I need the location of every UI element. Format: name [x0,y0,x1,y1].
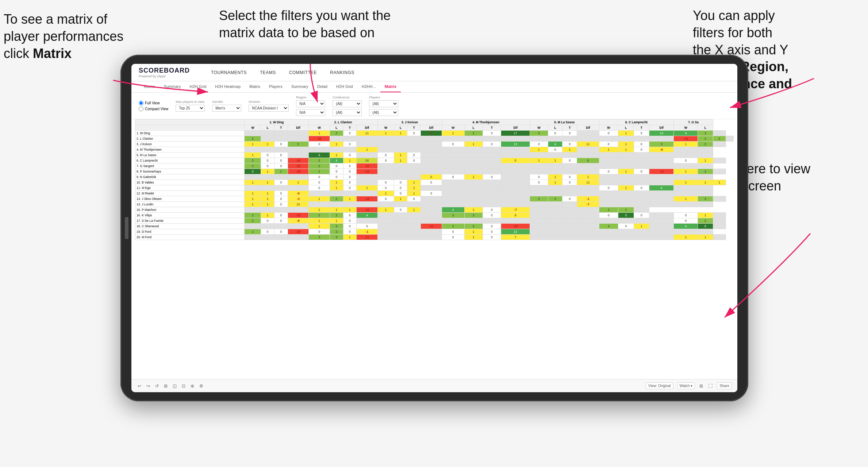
matrix-cell [530,218,548,224]
toolbar-redo[interactable]: ↪ [146,383,151,389]
matrix-cell [530,169,548,174]
players-select-1[interactable]: (All) [369,100,398,107]
subnav-players[interactable]: Players [265,81,287,92]
nav-rankings[interactable]: RANKINGS [327,69,357,77]
matrix-cell: 0 [599,169,618,174]
compact-view-radio[interactable] [139,107,143,111]
full-view-option[interactable]: Full View [139,101,168,105]
matrix-cell [288,153,309,158]
sub-nav: Teams Summary H2H Grid H2H Heatmap Matri… [131,81,737,93]
subnav-h2h-h[interactable]: H2HH... [357,81,380,92]
subnav-h2h-grid2[interactable]: H2H Grid [332,81,357,92]
matrix-cell [698,147,713,153]
region-select-1[interactable]: N/A [296,100,325,107]
table-row: 18. C Sherwood1300-11220-1030145 [135,224,734,229]
matrix-cell [420,163,442,169]
matrix-cell [464,218,483,224]
matrix-cell: 0 [530,180,548,185]
matrix-cell [377,224,394,229]
nav-tournaments[interactable]: TOURNAMENTS [208,69,250,77]
division-label: Division [249,100,289,104]
table-row: 7. G Sargent200-15200-15 [135,163,734,169]
toolbar-icon2[interactable]: ◫ [172,383,177,389]
toolbar-icon5[interactable]: ⚙ [199,383,204,389]
sh-l1: L [261,125,274,131]
matrix-container[interactable]: 1. W Ding 2. L Clanton 3. J Koivun 4. M … [131,119,737,244]
toolbar-icon3[interactable]: ⊡ [181,383,186,389]
matrix-cell [261,136,274,142]
subnav-summary2[interactable]: Summary [287,81,313,92]
region-select-2[interactable]: N/A [296,109,325,116]
subnav-matrix-active[interactable]: Matrix [380,81,401,92]
subnav-summary[interactable]: Summary [159,81,185,92]
toolbar-icon4[interactable]: ⊕ [190,383,195,389]
ann-center-text: Select the filters you want the matrix d… [219,8,391,40]
matrix-cell [548,185,562,191]
toolbar-refresh[interactable]: ↺ [154,383,160,389]
sh-w6: W [599,125,618,131]
nav-teams[interactable]: TEAMS [257,69,279,77]
matrix-cell: 2 [309,163,330,169]
full-view-radio[interactable] [139,101,143,105]
matrix-cell: 6 [309,153,330,158]
matrix-cell [394,202,407,207]
matrix-cell [599,202,618,207]
watch-btn[interactable]: Watch ▾ [677,382,695,389]
matrix-cell: 2 [698,169,713,174]
matrix-cell: 1 [245,153,261,158]
matrix-cell: 2 [698,136,713,142]
players-select-2[interactable]: (All) [369,109,398,116]
share-btn[interactable]: Share [717,382,732,389]
player-name-cell: 20. M Ford [135,235,245,240]
subnav-h2h-heatmap[interactable]: H2H Heatmap [211,81,245,92]
matrix-cell [309,202,330,207]
toolbar-undo[interactable]: ↩ [137,383,142,389]
matrix-cell [649,218,674,224]
subnav-matrix[interactable]: Matrix [245,81,265,92]
toolbar-fullscreen-icon[interactable]: ⛶ [707,383,713,389]
matrix-cell: 1 [698,158,713,163]
matrix-cell [577,229,599,235]
col-header-4: 4. M Thorbjornsen [442,120,530,125]
matrix-cell: 0 [483,235,501,240]
max-players-select[interactable]: Top 25 [176,105,205,112]
nav-committee[interactable]: COMMITTEE [286,69,320,77]
sh-d5: Dif [577,125,599,131]
matrix-cell [674,153,698,158]
conference-select-1[interactable]: (All) [333,100,362,107]
matrix-cell [649,136,674,142]
division-select[interactable]: NCAA Division I [249,105,289,112]
conference-select-2[interactable]: (All) [333,109,362,116]
matrix-cell: 0 [330,174,343,180]
matrix-cell: 0 [483,131,501,136]
matrix-cell [420,196,442,202]
table-row: 8. P Summerhays512-48200-16010-1312 [135,169,734,174]
matrix-cell [599,229,618,235]
view-original-btn[interactable]: View: Original [646,382,673,389]
player-name-cell: 6. C Lamprecht [135,158,245,163]
matrix-cell [577,218,599,224]
matrix-cell: -15 [357,163,378,169]
toolbar-share-icon[interactable]: ⊞ [699,383,704,389]
table-row: 17. S De La Fuente200-811002 [135,218,734,224]
matrix-cell: 0 [261,163,274,169]
players-label: Players [369,96,398,99]
table-row: 1. W Ding12011110-2120173000101392 [135,131,734,136]
ann-left-line1: To see a matrix of [4,12,107,27]
sh-l3: L [394,125,407,131]
subnav-h2h-grid[interactable]: H2H Grid [185,81,211,92]
subnav-teams[interactable]: Teams [139,81,159,92]
compact-view-option[interactable]: Compact View [139,107,168,111]
toolbar-icon1[interactable]: ⊞ [163,383,168,389]
gender-select[interactable]: Men's [212,105,241,112]
tablet-screen: SCOREBOARD Powered by clippd TOURNAMENTS… [131,64,737,392]
matrix-cell: 11 [577,180,599,185]
matrix-cell [442,218,464,224]
matrix-cell [599,191,618,196]
matrix-cell [442,196,464,202]
matrix-cell: 1 [548,158,562,163]
matrix-cell [483,180,501,185]
subnav-detail[interactable]: Detail [313,81,332,92]
matrix-cell [634,191,649,196]
matrix-cell: 0 [483,174,501,180]
